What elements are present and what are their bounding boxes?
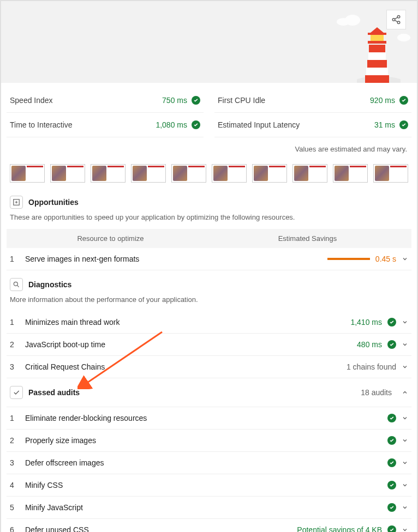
metric-row: Speed Index750 ms — [7, 88, 204, 113]
metrics-section: Speed Index750 msTime to Interactive1,08… — [7, 88, 411, 137]
svg-point-4 — [392, 19, 395, 21]
check-icon — [10, 386, 23, 399]
pass-check-icon — [387, 340, 396, 349]
diagnostic-row[interactable]: 3Critical Request Chains1 chains found — [7, 356, 411, 378]
opportunities-icon — [10, 196, 23, 209]
filmstrip-frame — [373, 164, 408, 183]
diagnostic-value: 1,410 ms — [350, 318, 382, 327]
chevron-down-icon — [402, 364, 408, 370]
metric-value: 750 ms — [162, 96, 187, 105]
chevron-down-icon — [402, 341, 408, 348]
pass-check-icon — [399, 120, 408, 129]
diagnostic-label: JavaScript boot-up time — [25, 340, 349, 349]
row-number: 1 — [10, 255, 17, 263]
section-description: These are opportunities to speed up your… — [7, 213, 411, 229]
diagnostic-value: 1 chains found — [347, 362, 396, 371]
savings-bar — [327, 258, 370, 260]
savings-value: 0.45 s — [375, 255, 396, 263]
metric-value: 1,080 ms — [156, 120, 187, 129]
row-number: 1 — [10, 318, 17, 327]
svg-line-19 — [17, 285, 19, 287]
filmstrip-frame — [91, 164, 126, 183]
filmstrip-frame — [10, 164, 45, 183]
audit-label: Defer unused CSS — [25, 525, 289, 532]
section-title: Opportunities — [28, 198, 79, 207]
audit-label: Properly size images — [25, 436, 380, 445]
metric-label: Estimated Input Latency — [218, 120, 300, 129]
metric-label: Time to Interactive — [10, 120, 73, 129]
svg-rect-11 — [367, 60, 387, 68]
pass-check-icon — [387, 503, 396, 512]
passed-audits-header[interactable]: Passed audits 18 audits — [7, 378, 411, 407]
diagnostics-header: Diagnostics — [7, 270, 411, 295]
pass-check-icon — [387, 414, 396, 422]
metric-label: First CPU Idle — [218, 96, 265, 105]
pass-check-icon — [192, 120, 200, 129]
metric-label: Speed Index — [10, 96, 53, 105]
filmstrip-frame — [292, 164, 327, 183]
chevron-down-icon — [402, 256, 408, 262]
filmstrip-frame — [171, 164, 206, 183]
pass-check-icon — [192, 96, 200, 105]
filmstrip-frame — [212, 164, 247, 183]
pass-check-icon — [387, 458, 396, 467]
pass-check-icon — [387, 318, 396, 327]
chevron-down-icon — [402, 437, 408, 444]
estimate-note: Values are estimated and may vary. — [7, 137, 411, 164]
hero-banner — [1, 1, 417, 83]
opportunity-label: Serve images in next-gen formats — [25, 255, 320, 263]
audit-label: Defer offscreen images — [25, 458, 380, 467]
magnifier-icon — [10, 278, 23, 291]
passed-audit-row[interactable]: 4Minify CSS — [7, 474, 411, 497]
chevron-down-icon — [402, 460, 408, 466]
chevron-up-icon — [402, 389, 408, 396]
svg-rect-9 — [369, 45, 385, 52]
svg-line-7 — [395, 20, 397, 22]
svg-rect-10 — [368, 52, 386, 60]
filmstrip-frame — [333, 164, 368, 183]
audit-label: Eliminate render-blocking resources — [25, 414, 380, 422]
svg-rect-13 — [365, 75, 389, 83]
pass-check-icon — [387, 525, 396, 532]
passed-audit-row[interactable]: 2Properly size images — [7, 430, 411, 452]
svg-point-3 — [397, 16, 400, 19]
filmstrip-frame — [50, 164, 85, 183]
svg-rect-12 — [366, 68, 388, 75]
passed-audit-row[interactable]: 1Eliminate render-blocking resources — [7, 407, 411, 430]
chevron-down-icon — [402, 527, 408, 532]
svg-rect-15 — [368, 41, 386, 44]
passed-audit-row[interactable]: 6Defer unused CSSPotential savings of 4 … — [7, 519, 411, 532]
pass-check-icon — [399, 96, 408, 105]
section-title: Passed audits — [28, 388, 80, 397]
pass-check-icon — [387, 436, 396, 445]
metric-value: 920 ms — [370, 96, 395, 105]
diagnostic-row[interactable]: 1Minimizes main thread work1,410 ms — [7, 311, 411, 334]
diagnostic-label: Minimizes main thread work — [25, 318, 343, 327]
chevron-down-icon — [402, 319, 408, 325]
passed-count: 18 audits — [361, 388, 396, 397]
passed-audit-row[interactable]: 3Defer offscreen images — [7, 452, 411, 474]
pass-check-icon — [387, 481, 396, 489]
row-number: 3 — [10, 458, 17, 467]
row-number: 2 — [10, 340, 17, 349]
metric-row: First CPU Idle920 ms — [214, 88, 411, 113]
passed-audit-row[interactable]: 5Minify JavaScript — [7, 497, 411, 519]
svg-rect-16 — [368, 33, 386, 35]
opportunities-header: Opportunities — [7, 188, 411, 213]
row-number: 4 — [10, 481, 17, 489]
metric-row: Estimated Input Latency31 ms — [214, 113, 411, 137]
diagnostic-row[interactable]: 2JavaScript boot-up time480 ms — [7, 334, 411, 356]
row-number: 2 — [10, 436, 17, 445]
diagnostic-label: Critical Request Chains — [25, 362, 339, 371]
metric-value: 31 ms — [374, 120, 395, 129]
opportunity-row[interactable]: 1Serve images in next-gen formats0.45 s — [7, 248, 411, 270]
audit-label: Minify CSS — [25, 481, 380, 489]
chevron-down-icon — [402, 504, 408, 511]
potential-savings: Potential savings of 4 KB — [297, 525, 382, 532]
chevron-down-icon — [402, 482, 408, 488]
section-description: More information about the performance o… — [7, 295, 411, 311]
row-number: 6 — [10, 525, 17, 532]
diagnostic-value: 480 ms — [357, 340, 382, 349]
row-number: 1 — [10, 414, 17, 422]
section-title: Diagnostics — [28, 280, 71, 289]
